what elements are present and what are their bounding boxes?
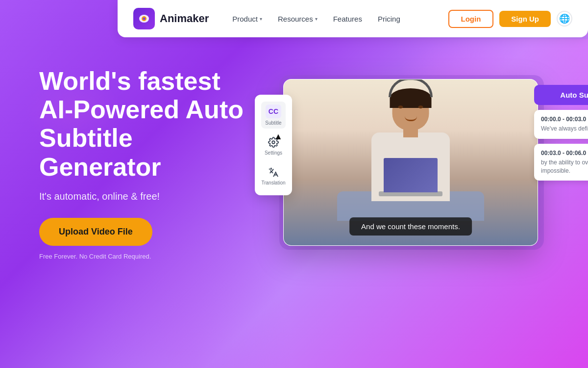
translation-tool[interactable]: Translation	[257, 163, 289, 188]
nav-actions: Login Sign Up 🌐	[448, 10, 573, 28]
navbar: Animaker Product ▾ Resources ▾ Features …	[118, 0, 588, 37]
auto-subtitle-panel: Auto Subtitle 00:00.0 - 00:03.0 We've al…	[534, 85, 588, 181]
subtitle-text-2: by the ability to overcome the impossibl…	[541, 158, 588, 175]
login-button[interactable]: Login	[448, 10, 494, 28]
right-eye	[418, 105, 423, 108]
panel-header: Auto Subtitle	[534, 85, 588, 105]
nav-links: Product ▾ Resources ▾ Features Pricing	[232, 15, 448, 23]
translation-icon	[267, 166, 280, 178]
hero-note: Free Forever. No Credit Card Required.	[39, 253, 250, 260]
subtitle-entry-1: 00:00.0 - 00:03.0 We've always defined o…	[534, 110, 588, 139]
product-chevron-icon: ▾	[260, 16, 262, 22]
tool-sidebar: CC Subtitle Settings ▲	[255, 95, 292, 195]
svg-point-2	[143, 18, 146, 20]
subtitle-time-1: 00:00.0 - 00:03.0	[541, 116, 588, 123]
settings-tool[interactable]: Settings ▲	[261, 133, 286, 158]
nav-features[interactable]: Features	[333, 15, 362, 23]
translation-label: Translation	[261, 180, 285, 185]
subtitle-icon: CC	[266, 105, 281, 118]
nav-pricing[interactable]: Pricing	[378, 15, 400, 23]
person-smile	[405, 116, 417, 121]
hero-title: World's fastest AI-Powered Auto Subtitle…	[39, 67, 250, 181]
hero-demo: CC Subtitle Settings ▲	[279, 75, 549, 252]
upload-button[interactable]: Upload Video File	[39, 218, 152, 246]
resources-chevron-icon: ▾	[315, 16, 318, 22]
hero-text: World's fastest AI-Powered Auto Subtitle…	[39, 67, 250, 260]
subtitle-overlay: And we count these moments.	[349, 217, 472, 236]
subtitle-label: Subtitle	[265, 120, 281, 126]
laptop-screen	[384, 158, 438, 192]
nav-resources[interactable]: Resources ▾	[278, 15, 318, 23]
hero-subtitle: It's automatic, online & free!	[39, 191, 250, 202]
subtitle-entry-2: 00:03.0 - 00:06.0 by the ability to over…	[534, 144, 588, 181]
hero-section: World's fastest AI-Powered Auto Subtitle…	[0, 37, 588, 260]
settings-label: Settings	[265, 150, 282, 156]
signup-button[interactable]: Sign Up	[499, 11, 551, 27]
laptop-screen-glow	[384, 158, 438, 192]
person-area	[337, 93, 484, 221]
demo-card-wrapper: And we count these moments.	[279, 75, 544, 250]
subtitle-text-1: We've always defined ourselves	[541, 125, 588, 133]
language-selector[interactable]: 🌐	[557, 11, 572, 26]
left-eye	[398, 105, 403, 108]
subtitle-tool[interactable]: CC Subtitle	[261, 102, 285, 129]
logo-text: Animaker	[160, 12, 209, 25]
demo-video-card: And we count these moments.	[283, 79, 538, 246]
logo-icon	[133, 8, 155, 29]
subtitle-time-2: 00:03.0 - 00:06.0	[541, 150, 588, 157]
nav-product[interactable]: Product ▾	[232, 15, 262, 23]
logo[interactable]: Animaker	[133, 8, 209, 29]
